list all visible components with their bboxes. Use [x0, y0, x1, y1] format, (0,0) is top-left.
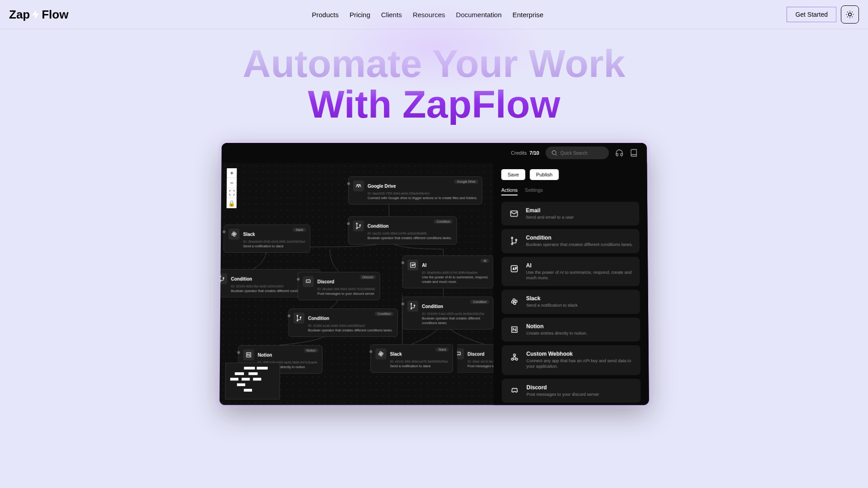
workflow-node-google-drive[interactable]: Google Drive Google Drive ID: 8aec839-75…	[348, 176, 482, 204]
workflow-canvas[interactable]: + − ⛶ 🔒	[219, 163, 493, 405]
workflow-node-discord[interactable]: Discord Discord ID: 86c8ad-d5ff-4893-9e5…	[298, 272, 380, 300]
sidebar-tabs: Actions Settings	[501, 187, 639, 195]
credits-label: Credits	[511, 150, 526, 156]
zoom-in-button[interactable]: +	[227, 168, 237, 178]
svg-point-26	[511, 243, 512, 245]
node-id: ID: bac22-1e90-4894-b47fb-a28dd38af8fb	[367, 232, 451, 235]
node-id: ID: 41086-a1ab-6a86-94b6-a4b9085a2d	[308, 324, 393, 327]
workflow-node-ai[interactable]: AI AI ID: 96a89d8d-d800-8746-99ffb48aa84…	[402, 256, 493, 288]
action-title: Discord	[526, 384, 599, 390]
fit-button[interactable]: ⛶	[227, 188, 237, 198]
node-title: Condition	[308, 315, 329, 320]
action-desc: Use the power of AI to summarize, respon…	[526, 269, 633, 280]
action-desc: Send and email to a user	[526, 214, 574, 220]
svg-point-4	[356, 227, 357, 228]
publish-button[interactable]: Publish	[530, 169, 559, 180]
hero-section: Automate Your Work With ZapFlow	[0, 29, 868, 143]
node-id: ID: 88ab-4e19-9e46-4e68e-916f875	[467, 360, 493, 363]
action-desc: Boolean operator that creates different …	[526, 242, 632, 247]
discord-icon	[303, 276, 313, 287]
svg-point-9	[219, 275, 220, 276]
node-badge: Notion	[304, 348, 318, 352]
node-desc: Use the power of AI to summarize, respon…	[422, 275, 488, 284]
action-desc: Send a notification to slack	[526, 303, 578, 308]
svg-point-15	[411, 308, 412, 309]
nav-enterprise[interactable]: Enterprise	[512, 11, 543, 19]
search-box[interactable]	[545, 147, 609, 159]
node-badge: Google Drive	[454, 180, 478, 184]
svg-rect-21	[379, 351, 381, 353]
app-preview: Credits 7/10 + − ⛶ 🔒	[219, 143, 649, 405]
nav-documentation[interactable]: Documentation	[456, 11, 502, 19]
svg-point-24	[511, 237, 512, 238]
node-desc: Boolean operator that creates different …	[367, 236, 452, 240]
action-notion[interactable]: Notion Create entries directly in notion…	[501, 317, 640, 341]
svg-rect-7	[233, 232, 235, 233]
action-ai[interactable]: AI Use the power of AI to summarize, res…	[501, 256, 640, 286]
node-desc: Send a notification to slack	[243, 244, 305, 248]
workflow-node-condition[interactable]: Condition Condition ID: 41086-a1ab-6a86-…	[288, 308, 398, 337]
action-desc: Post messages to your discord server	[526, 391, 599, 397]
action-title: Custom Webhook	[526, 351, 634, 357]
workflow-node-slack[interactable]: Slack Slack ID: 26ea9e89-4540-42c0-86f6-…	[223, 224, 310, 252]
zoom-out-button[interactable]: −	[227, 178, 237, 188]
workflow-node-slack[interactable]: Slack Slack ID: e8141-968-408d-a476-0a98…	[370, 344, 453, 373]
theme-toggle-button[interactable]	[841, 5, 859, 24]
lock-button[interactable]: 🔒	[226, 198, 236, 208]
main-nav: Zap Flow Products Pricing Clients Resour…	[0, 0, 868, 29]
slack-icon	[228, 228, 239, 239]
headphones-icon[interactable]	[615, 149, 623, 157]
action-title: Notion	[526, 323, 587, 329]
nav-products[interactable]: Products	[312, 11, 338, 19]
nav-resources[interactable]: Resources	[413, 11, 445, 19]
node-title: Slack	[390, 351, 402, 356]
ai-icon	[508, 262, 520, 275]
node-desc: Send a notification to slack	[390, 364, 448, 368]
node-desc: Boolean operator that creates different …	[422, 316, 488, 325]
action-title: AI	[526, 262, 633, 268]
node-title: Google Drive	[367, 183, 395, 188]
node-title: Condition	[422, 303, 443, 308]
drive-icon	[353, 180, 364, 191]
workflow-node-condition[interactable]: Condition Condition ID: bac22-1e90-4894-…	[348, 216, 457, 244]
action-slack[interactable]: Slack Send a notification to slack	[501, 290, 640, 314]
search-icon	[551, 149, 558, 157]
action-custom-webhook[interactable]: Custom Webhook Connect any app that has …	[502, 345, 640, 375]
node-title: Notion	[257, 352, 272, 357]
hero-line1: Automate Your Work	[243, 42, 626, 85]
action-discord[interactable]: Discord Post messages to your discord se…	[502, 379, 640, 403]
preview-header: Credits 7/10	[221, 143, 647, 163]
branch-icon	[219, 273, 227, 284]
action-email[interactable]: Email Send and email to a user	[501, 202, 639, 226]
workflow-node-discord[interactable]: Discord Discord ID: 88ab-4e19-9e46-4e68e…	[448, 344, 493, 373]
nav-pricing[interactable]: Pricing	[350, 11, 370, 19]
zoom-controls: + − ⛶ 🔒	[226, 168, 237, 208]
svg-point-32	[513, 354, 516, 356]
action-condition[interactable]: Condition Boolean operator that creates …	[501, 229, 639, 253]
logo[interactable]: Zap Flow	[9, 8, 68, 22]
search-input[interactable]	[560, 150, 603, 155]
nav-clients[interactable]: Clients	[381, 11, 402, 19]
node-id: ID: 96a89d8d-d800-8746-99ffb48aa84e	[422, 271, 488, 274]
workflow-node-condition[interactable]: Condition Condition ID: 933495-54a3-4855…	[402, 296, 493, 329]
node-badge: Discord	[360, 275, 376, 279]
minimap[interactable]	[225, 362, 280, 399]
credits-display: Credits 7/10	[511, 150, 539, 156]
get-started-button[interactable]: Get Started	[787, 7, 836, 22]
preview-wrapper: Credits 7/10 + − ⛶ 🔒	[0, 143, 868, 403]
preview-body: + − ⛶ 🔒	[219, 163, 649, 405]
book-icon[interactable]	[630, 149, 638, 157]
svg-point-0	[849, 13, 852, 16]
node-badge: Condition	[434, 219, 453, 223]
branch-icon	[293, 313, 304, 323]
tab-actions[interactable]: Actions	[501, 187, 517, 195]
webhook-icon	[508, 351, 521, 363]
branch-icon	[407, 300, 418, 311]
node-title: AI	[422, 262, 426, 267]
bolt-icon	[31, 8, 41, 21]
save-button[interactable]: Save	[501, 169, 525, 180]
discord-icon	[508, 384, 521, 397]
discord-icon	[453, 348, 464, 359]
tab-settings[interactable]: Settings	[525, 187, 543, 195]
slack-icon	[508, 295, 520, 308]
